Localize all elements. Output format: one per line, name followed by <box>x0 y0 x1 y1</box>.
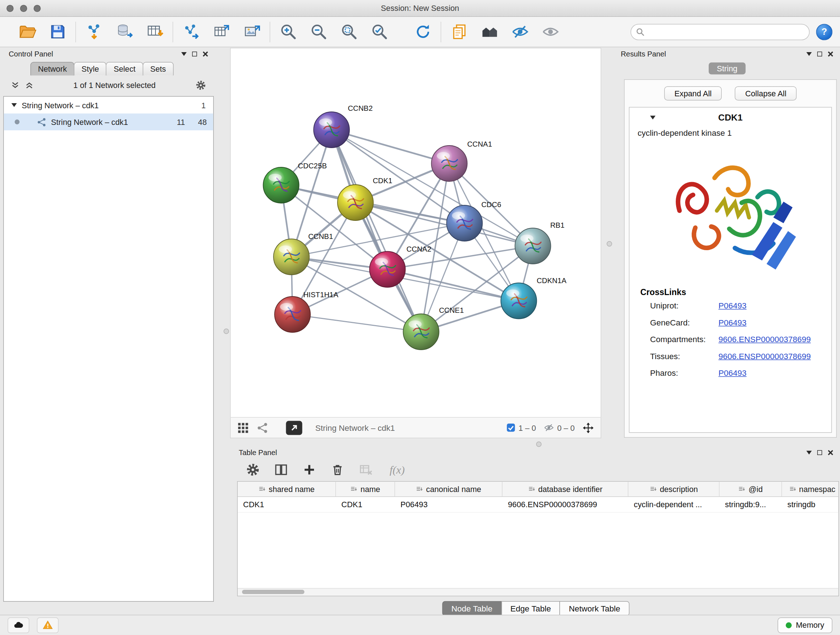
collapse-all-button[interactable]: Collapse All <box>735 87 797 101</box>
column-header[interactable]: shared name <box>238 482 336 497</box>
zoom-selected-button[interactable] <box>364 21 395 43</box>
warnings-button[interactable] <box>37 617 58 633</box>
table-cell[interactable]: stringdb:9... <box>720 497 782 512</box>
column-header[interactable]: database identifier <box>502 482 628 497</box>
export-image-button[interactable] <box>237 21 267 43</box>
selected-checkbox-icon[interactable] <box>506 423 515 432</box>
network-edge[interactable] <box>387 269 519 301</box>
tab-edge-table[interactable]: Edge Table <box>501 601 560 616</box>
tab-select[interactable]: Select <box>106 62 143 76</box>
network-node-cdkn1a[interactable] <box>501 283 537 319</box>
network-edge[interactable] <box>332 130 422 332</box>
table-cell[interactable]: cyclin-dependent ... <box>628 497 720 512</box>
crosslink-link[interactable]: 9606.ENSP00000378699 <box>718 352 811 361</box>
tab-style[interactable]: Style <box>74 62 106 76</box>
network-collection-row[interactable]: String Network – cdk1 1 <box>4 97 213 114</box>
panel-float-icon[interactable] <box>817 51 822 57</box>
network-edge[interactable] <box>332 130 450 164</box>
crosslink-link[interactable]: P06493 <box>718 368 747 378</box>
import-network-database-button[interactable] <box>109 21 140 43</box>
column-header[interactable]: name <box>336 482 395 497</box>
crosslink-link[interactable]: P06493 <box>718 318 747 327</box>
tab-node-table[interactable]: Node Table <box>442 601 501 616</box>
network-edge[interactable] <box>293 315 422 332</box>
create-column-button[interactable] <box>301 461 318 478</box>
new-network-from-table-button[interactable] <box>206 21 237 43</box>
network-node-cdc6[interactable] <box>447 205 483 241</box>
memory-button[interactable]: Memory <box>777 617 832 633</box>
table-cell[interactable]: stringdb <box>782 497 839 512</box>
zoom-in-button[interactable] <box>273 21 303 43</box>
panel-close-icon[interactable] <box>828 449 834 455</box>
table-cell[interactable]: P06493 <box>395 497 502 512</box>
tab-network[interactable]: Network <box>30 62 74 76</box>
pan-crosshair-icon[interactable] <box>583 422 594 434</box>
expand-all-chevrons-icon[interactable] <box>25 81 34 90</box>
network-node-ccnb1[interactable] <box>273 239 309 275</box>
apply-layout-button[interactable] <box>408 21 438 43</box>
cloud-button[interactable] <box>8 617 29 633</box>
expand-all-button[interactable]: Expand All <box>664 87 722 101</box>
network-node-hist1h1a[interactable] <box>275 296 310 333</box>
hide-selected-button[interactable] <box>505 21 535 43</box>
section-collapse-icon[interactable] <box>650 116 655 119</box>
zoom-out-button[interactable] <box>303 21 334 43</box>
tab-network-table[interactable]: Network Table <box>560 601 630 616</box>
network-node-cdc25b[interactable] <box>264 167 299 203</box>
panel-float-icon[interactable] <box>192 51 197 57</box>
protein-section-header[interactable]: CDK1 <box>630 108 831 127</box>
table-cell[interactable]: 9606.ENSP00000378699 <box>502 497 628 512</box>
grid-view-icon[interactable] <box>237 422 249 434</box>
search-input[interactable] <box>630 24 810 40</box>
hidden-eye-icon[interactable] <box>544 423 554 433</box>
collection-expand-icon[interactable] <box>11 103 17 107</box>
network-node-ccna2[interactable] <box>370 252 406 287</box>
tab-sets[interactable]: Sets <box>142 62 174 76</box>
panel-menu-icon[interactable] <box>181 52 187 56</box>
panel-menu-icon[interactable] <box>806 52 812 56</box>
column-header[interactable]: namespac <box>782 482 839 497</box>
right-splitter-handle[interactable] <box>607 241 612 247</box>
network-node-ccna1[interactable] <box>431 146 467 181</box>
collapse-all-chevrons-icon[interactable] <box>11 81 19 90</box>
table-cell[interactable]: CDK1 <box>336 497 395 512</box>
save-session-button[interactable] <box>42 21 73 43</box>
import-table-button[interactable] <box>140 21 170 43</box>
column-header[interactable]: description <box>628 482 720 497</box>
results-tab-string[interactable]: String <box>709 63 745 74</box>
network-share-icon[interactable] <box>257 422 269 434</box>
column-header[interactable]: canonical name <box>395 482 502 497</box>
column-header[interactable]: @id <box>720 482 782 497</box>
delete-column-button[interactable] <box>329 461 346 478</box>
panel-close-icon[interactable] <box>202 51 209 57</box>
panel-close-icon[interactable] <box>828 51 834 57</box>
detach-view-button[interactable] <box>286 421 302 435</box>
network-node-ccnb2[interactable] <box>314 112 349 148</box>
copy-document-button[interactable] <box>444 21 474 43</box>
panel-menu-icon[interactable] <box>806 450 812 454</box>
network-node-ccne1[interactable] <box>403 314 439 350</box>
network-node-cdk1[interactable] <box>338 185 373 220</box>
open-session-button[interactable] <box>12 21 42 43</box>
birds-eye-view-button[interactable] <box>474 21 505 43</box>
show-columns-button[interactable] <box>272 461 290 478</box>
import-network-file-button[interactable] <box>79 21 109 43</box>
zoom-fit-button[interactable] <box>334 21 364 43</box>
crosslink-link[interactable]: P06493 <box>718 301 747 310</box>
table-row[interactable]: CDK1 CDK1 P06493 9606.ENSP00000378699 cy… <box>238 497 838 513</box>
gear-icon[interactable] <box>195 80 206 91</box>
panel-float-icon[interactable] <box>817 450 822 455</box>
scrollbar-thumb[interactable] <box>242 590 305 594</box>
network-view-canvas[interactable]: CCNB2CCNA1CDC25BCDK1CDC6RB1CCNB1CCNA2CDK… <box>230 48 601 418</box>
table-cell[interactable]: CDK1 <box>238 497 336 512</box>
table-settings-button[interactable] <box>244 461 262 478</box>
table-horizontal-scrollbar[interactable] <box>238 588 838 596</box>
crosslink-link[interactable]: 9606.ENSP00000378699 <box>718 334 811 344</box>
show-all-button[interactable] <box>535 21 565 43</box>
function-builder-button[interactable]: f(x) <box>390 463 405 476</box>
network-node-rb1[interactable] <box>515 228 551 264</box>
new-network-button[interactable] <box>176 21 206 43</box>
left-splitter-handle[interactable] <box>224 329 229 334</box>
network-row-selected[interactable]: String Network – cdk1 11 48 <box>4 114 213 131</box>
help-button[interactable]: ? <box>816 24 832 40</box>
